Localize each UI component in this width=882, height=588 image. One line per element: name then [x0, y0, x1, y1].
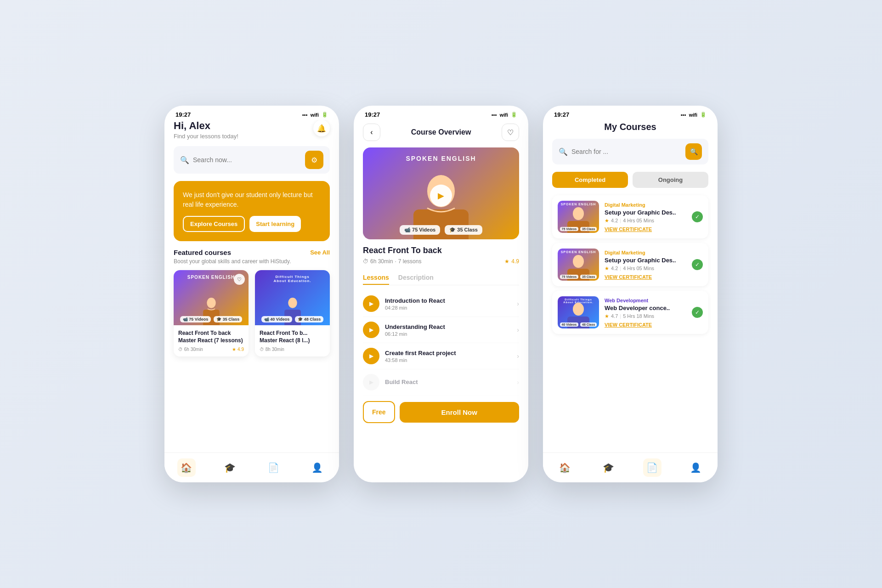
thumb-stats-2: 📹 40 Videos 🎓 48 Class	[255, 316, 330, 322]
see-all-link[interactable]: See All	[310, 249, 330, 256]
greeting-name: Hi, Alex	[174, 120, 238, 132]
mc-info-2: Digital Marketing Setup your Graphic Des…	[605, 250, 686, 280]
filter-button[interactable]: ⚙	[305, 151, 323, 169]
search-submit-button[interactable]: 🔍	[685, 143, 702, 160]
course-duration-main: ⏱ 6h 30min · 7 lessons	[363, 258, 421, 265]
course-card-1[interactable]: SPOKEN ENGLISH ♡ 📹 75 Videos 🎓 35 Class …	[174, 270, 249, 356]
tab-ongoing[interactable]: Ongoing	[633, 172, 708, 188]
time-3: 19:27	[554, 111, 569, 118]
my-course-card-1[interactable]: SPOKEN ENGLISH 75 Videos 35 Class Digita…	[552, 195, 708, 238]
course-thumb-2: Difficult ThingsAbout Education. 📹 40 Vi…	[255, 270, 330, 325]
notification-bell-icon[interactable]: 🔔	[313, 120, 330, 136]
search-input-1[interactable]	[193, 156, 301, 164]
tab-description[interactable]: Description	[398, 271, 434, 285]
view-certificate-1[interactable]: VIEW CERTIFICATE	[605, 226, 686, 232]
view-certificate-3[interactable]: VIEW CERTIFICATE	[605, 322, 686, 328]
mc-title-3: Web Developer conce..	[605, 305, 686, 311]
battery-icon: 🔋	[322, 112, 328, 118]
play-button[interactable]: ▶	[430, 185, 452, 207]
mc-thumb-stats-2: 75 Videos 35 Class	[558, 275, 599, 279]
explore-courses-button[interactable]: Explore Courses	[183, 216, 245, 232]
lesson-arrow-4: ›	[517, 379, 519, 386]
tab-completed[interactable]: Completed	[552, 172, 628, 188]
course-thumb-1: SPOKEN ENGLISH ♡ 📹 75 Videos 🎓 35 Class	[174, 270, 249, 325]
lesson-play-2[interactable]: ▶	[363, 322, 379, 338]
course-title-1: React Front To backMaster React (7 lesso…	[178, 330, 244, 344]
nav-profile-1[interactable]: 👤	[308, 458, 327, 477]
svg-point-6	[573, 207, 584, 220]
view-certificate-2[interactable]: VIEW CERTIFICATE	[605, 274, 686, 280]
classes-count: 🎓 35 Class	[445, 225, 482, 235]
lesson-item-3[interactable]: ▶ Create first React project 43:58 min ›	[363, 343, 519, 369]
videos-count: 📹 75 Videos	[400, 225, 440, 235]
nav-docs-1[interactable]: 📄	[265, 458, 283, 477]
bottom-nav-1: 🏠 🎓 📄 👤	[164, 452, 339, 482]
promo-text: We just don't give our student only lect…	[183, 190, 321, 209]
lesson-name-2: Understanding React	[385, 323, 511, 330]
mc-category-1: Digital Marketing	[605, 202, 686, 208]
signal-icon-3: ▪▪▪	[681, 112, 686, 118]
lesson-arrow-1: ›	[517, 300, 519, 307]
lessons-list: ▶ Introduction to React 04:28 min › ▶ Un…	[363, 291, 519, 396]
course-rating-main: ★ 4.9	[504, 258, 519, 265]
nav-courses-3[interactable]: 🎓	[599, 458, 618, 477]
hero-video-section: SPOKEN ENGLISH ▶ 📹 75 Videos 🎓 35 Class	[363, 147, 519, 239]
course-card-2[interactable]: Difficult ThingsAbout Education. 📹 40 Vi…	[255, 270, 330, 356]
featured-courses-row: SPOKEN ENGLISH ♡ 📹 75 Videos 🎓 35 Class …	[174, 270, 330, 356]
start-learning-button[interactable]: Start learning	[249, 216, 301, 232]
svg-point-0	[207, 298, 216, 308]
my-course-card-3[interactable]: Difficult ThingsAbout Education. 40 Vide…	[552, 291, 708, 334]
featured-header: Featured courses See All	[174, 249, 330, 256]
svg-point-10	[573, 303, 584, 316]
nav-docs-3[interactable]: 📄	[643, 458, 662, 477]
nav-home-3[interactable]: 🏠	[556, 458, 574, 477]
free-badge[interactable]: Free	[363, 401, 395, 423]
course-main-meta: ⏱ 6h 30min · 7 lessons ★ 4.9	[363, 258, 519, 265]
overview-title: Course Overview	[411, 128, 471, 136]
my-courses-title: My Courses	[552, 120, 708, 132]
search-input-3[interactable]	[571, 148, 682, 155]
lesson-item-1[interactable]: ▶ Introduction to React 04:28 min ›	[363, 291, 519, 317]
my-courses-list: SPOKEN ENGLISH 75 Videos 35 Class Digita…	[552, 195, 708, 339]
mc-info-1: Digital Marketing Setup your Graphic Des…	[605, 202, 686, 232]
mc-meta-1: ★ 4.2 | 4 Hrs 05 Mins	[605, 218, 686, 224]
status-icons-3: ▪▪▪ wifi 🔋	[681, 112, 707, 118]
course-filter-tabs: Completed Ongoing	[552, 172, 708, 188]
featured-subtitle: Boost your global skills and career with…	[174, 258, 330, 265]
phone-screen-1: 19:27 ▪▪▪ wifi 🔋 Hi, Alex Find your less…	[164, 106, 339, 482]
my-course-card-2[interactable]: SPOKEN ENGLISH 75 Videos 35 Class Digita…	[552, 243, 708, 286]
wifi-icon-3: wifi	[689, 112, 697, 118]
nav-home-1[interactable]: 🏠	[177, 458, 196, 477]
mc-info-3: Web Development Web Developer conce.. ★ …	[605, 298, 686, 328]
tab-lessons[interactable]: Lessons	[363, 271, 389, 285]
nav-profile-3[interactable]: 👤	[687, 458, 705, 477]
completion-check-1: ✓	[692, 211, 703, 222]
mc-thumb-stats-1: 75 Videos 35 Class	[558, 227, 599, 231]
status-bar-1: 19:27 ▪▪▪ wifi 🔋	[164, 106, 339, 120]
lesson-item-2[interactable]: ▶ Understanding React 06:12 min ›	[363, 317, 519, 343]
phone-screen-3: 19:27 ▪▪▪ wifi 🔋 My Courses 🔍 🔍 Complete…	[543, 106, 718, 482]
nav-courses-1[interactable]: 🎓	[221, 458, 239, 477]
mc-thumb-2: SPOKEN ENGLISH 75 Videos 35 Class	[558, 249, 599, 281]
svg-rect-5	[413, 209, 469, 239]
greeting-subtitle: Find your lessons today!	[174, 133, 238, 140]
video-stats: 📹 75 Videos 🎓 35 Class	[363, 225, 519, 235]
heart-icon-1[interactable]: ♡	[234, 274, 245, 285]
mc-category-3: Web Development	[605, 298, 686, 303]
status-icons-2: ▪▪▪ wifi 🔋	[492, 112, 517, 118]
signal-icon: ▪▪▪	[302, 112, 308, 118]
lesson-tabs: Lessons Description	[363, 271, 519, 285]
thumb-stats-1: 📹 75 Videos 🎓 35 Class	[174, 316, 249, 322]
lesson-duration-2: 06:12 min	[385, 331, 511, 337]
mc-title-1: Setup your Graphic Des..	[605, 209, 686, 216]
lesson-play-1[interactable]: ▶	[363, 295, 379, 312]
favorite-button[interactable]: ♡	[502, 124, 519, 141]
status-bar-3: 19:27 ▪▪▪ wifi 🔋	[543, 106, 718, 120]
enroll-button[interactable]: Enroll Now	[400, 402, 519, 423]
course-rating-1: ★ 4.9	[232, 347, 244, 352]
lesson-play-3[interactable]: ▶	[363, 348, 379, 364]
search-bar-1: 🔍 ⚙	[174, 146, 330, 174]
back-button[interactable]: ‹	[363, 124, 380, 141]
mc-thumb-stats-3: 40 Videos 48 Class	[558, 322, 599, 327]
phone-screen-2: 19:27 ▪▪▪ wifi 🔋 ‹ Course Overview ♡ SPO…	[354, 106, 528, 482]
